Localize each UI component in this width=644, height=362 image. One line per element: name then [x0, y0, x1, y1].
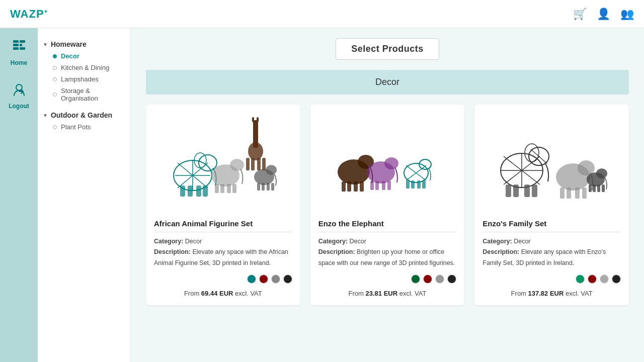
category-panel: ▼ Homeware Decor Kitchen & Dining Lampsh… — [38, 28, 131, 362]
logout-label: Logout — [9, 103, 29, 110]
content-area: Select Products Decor — [131, 28, 644, 362]
svg-rect-57 — [422, 180, 426, 189]
svg-rect-35 — [262, 183, 265, 191]
price-value-2: 23.81 EUR — [366, 290, 398, 297]
svg-rect-73 — [567, 188, 571, 199]
chevron-down-icon: ▼ — [43, 42, 48, 47]
svg-rect-49 — [387, 181, 391, 190]
logo-sup: + — [44, 8, 48, 15]
svg-rect-36 — [267, 183, 270, 191]
color-grey-3[interactable] — [600, 275, 609, 284]
product-title-enzo-elephant: Enzo the Elephant — [318, 219, 457, 232]
product-meta-african-animal: Category: Decor Description: Elevate any… — [154, 236, 292, 268]
outdoor-children: Plant Pots — [53, 121, 125, 133]
user-icon[interactable]: 👤 — [597, 8, 610, 21]
homeware-children: Decor Kitchen & Dining Lampshades Storag… — [53, 50, 125, 104]
product-price-enzos-family: From 137.82 EUR excl. VAT — [482, 290, 621, 297]
product-title-african-animal: African Animal Figurine Set — [154, 219, 292, 232]
category-banner: Decor — [146, 70, 629, 95]
product-colors-enzo-elephant — [318, 275, 457, 284]
svg-rect-20 — [215, 184, 219, 193]
people-icon[interactable]: 👥 — [620, 8, 634, 21]
svg-rect-66 — [513, 185, 519, 197]
svg-rect-56 — [417, 180, 421, 189]
svg-rect-43 — [360, 182, 364, 192]
desc-label-2: Description: — [318, 248, 357, 255]
svg-rect-81 — [602, 185, 605, 192]
svg-rect-29 — [262, 158, 266, 170]
category-child-plant-pots[interactable]: Plant Pots — [53, 121, 125, 133]
color-red-2[interactable] — [423, 275, 432, 284]
svg-rect-75 — [582, 188, 587, 199]
color-red-3[interactable] — [588, 275, 597, 284]
svg-rect-1 — [13, 44, 19, 46]
product-image-enzo-elephant — [318, 113, 457, 213]
main-layout: Home Logout ▼ Homeware — [0, 28, 644, 362]
product-grid: African Animal Figurine Set Category: De… — [146, 105, 629, 305]
color-red-1[interactable] — [259, 275, 268, 284]
price-value-1: 69.44 EUR — [201, 290, 233, 297]
svg-rect-55 — [411, 180, 415, 189]
svg-rect-30 — [252, 117, 254, 122]
color-teal-1[interactable] — [247, 275, 256, 284]
product-colors-enzos-family — [482, 275, 621, 284]
svg-rect-72 — [560, 188, 565, 199]
svg-rect-28 — [257, 158, 261, 170]
logout-icon — [11, 81, 27, 100]
category-outdoor-parent[interactable]: ▼ Outdoor & Garden — [43, 109, 125, 121]
category-child-kitchen-dining[interactable]: Kitchen & Dining — [53, 62, 125, 73]
desc-label-3: Description: — [482, 248, 521, 255]
svg-rect-48 — [382, 181, 385, 190]
color-black-1[interactable] — [283, 275, 292, 284]
svg-rect-0 — [13, 40, 19, 43]
svg-rect-68 — [532, 185, 537, 197]
kitchen-dining-label: Kitchen & Dining — [61, 64, 109, 71]
category-child-lampshades[interactable]: Lampshades — [53, 73, 125, 85]
svg-rect-14 — [188, 186, 193, 197]
product-card-african-animal: African Animal Figurine Set Category: De… — [146, 105, 300, 305]
svg-rect-79 — [593, 185, 596, 192]
product-card-enzo-elephant: Enzo the Elephant Category: Decor Descri… — [310, 105, 465, 305]
color-black-3[interactable] — [612, 275, 621, 284]
svg-rect-80 — [597, 185, 600, 192]
category-child-decor[interactable]: Decor — [53, 50, 125, 62]
color-teal-3[interactable] — [576, 275, 585, 284]
product-colors-african-animal — [154, 275, 292, 284]
product-image-enzos-family — [482, 113, 621, 213]
logo-text: WAZP — [10, 8, 44, 20]
decor-label: Decor — [61, 52, 79, 60]
svg-rect-37 — [271, 183, 274, 191]
category-label-2: Category: — [318, 238, 350, 245]
home-label: Home — [11, 59, 27, 66]
category-outdoor-garden: ▼ Outdoor & Garden Plant Pots — [43, 109, 125, 133]
svg-rect-21 — [220, 184, 224, 193]
color-grey-1[interactable] — [271, 275, 280, 284]
color-grey-2[interactable] — [435, 275, 444, 284]
color-green-2[interactable] — [411, 275, 420, 284]
color-black-2[interactable] — [447, 275, 456, 284]
product-title-enzos-family: Enzo's Family Set — [482, 219, 621, 232]
chevron-down-icon-2: ▼ — [43, 113, 48, 118]
category-child-storage[interactable]: Storage & Organisation — [53, 85, 125, 104]
sidebar-item-home[interactable]: Home — [11, 38, 27, 66]
logo: WAZP+ — [10, 8, 48, 21]
svg-point-33 — [266, 165, 277, 175]
cart-icon[interactable]: 🛒 — [573, 8, 587, 21]
select-products-button[interactable]: Select Products — [336, 38, 439, 60]
storage-label: Storage & Organisation — [61, 87, 125, 102]
homeware-label: Homeware — [51, 40, 87, 48]
svg-rect-23 — [232, 184, 236, 193]
sidebar-item-logout[interactable]: Logout — [9, 81, 29, 110]
svg-rect-46 — [370, 181, 374, 190]
svg-rect-2 — [13, 47, 19, 50]
svg-rect-3 — [20, 40, 25, 43]
svg-rect-74 — [575, 188, 580, 199]
header-icons: 🛒 👤 👥 — [573, 8, 634, 21]
product-image-african-animal — [154, 113, 292, 213]
category-label-3: Category: — [482, 238, 514, 245]
product-meta-enzo-elephant: Category: Decor Description: Brighten up… — [318, 236, 457, 268]
category-homeware-parent[interactable]: ▼ Homeware — [43, 38, 125, 50]
svg-rect-47 — [375, 181, 379, 190]
svg-point-77 — [596, 168, 607, 178]
category-label-1: Category: — [154, 238, 185, 245]
